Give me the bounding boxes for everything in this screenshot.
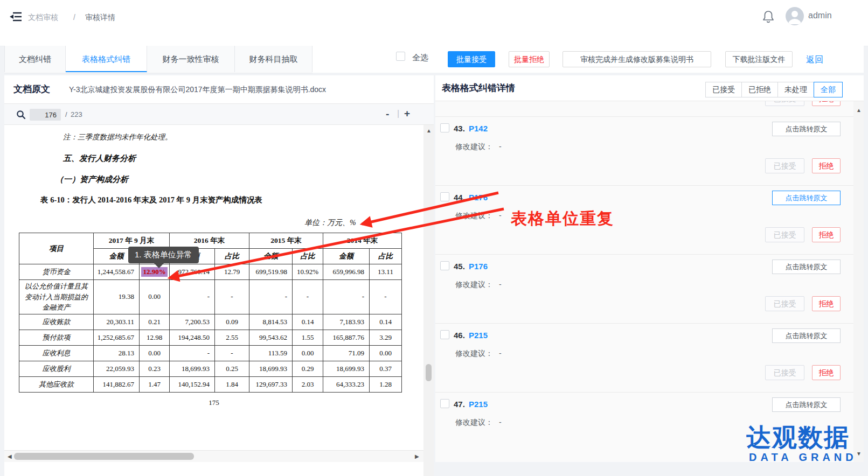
- doc-table-cell: 28.13: [94, 345, 140, 361]
- filter-all[interactable]: 全部: [814, 82, 843, 97]
- avatar[interactable]: [786, 7, 804, 25]
- doc-table-cell: 1.47: [140, 376, 170, 392]
- batch-reject-button[interactable]: 批量拒绝: [509, 51, 550, 67]
- anomaly-highlight[interactable]: 12.90%: [141, 267, 167, 277]
- doc-table-row: 其他应收款 141,882.67 1.47 140,152.94 1.84 12…: [19, 376, 402, 392]
- item-number: 46.: [454, 331, 465, 340]
- select-all-checkbox[interactable]: [396, 52, 405, 61]
- scroll-down-icon[interactable]: ▼: [856, 451, 862, 457]
- finish-generate-button[interactable]: 审核完成并生成修改版募集说明书: [563, 51, 711, 67]
- page-total: 223: [71, 110, 82, 118]
- reject-button[interactable]: 拒绝: [812, 296, 841, 311]
- doc-table-cell: 20,303.11: [94, 314, 140, 330]
- reject-button[interactable]: 拒绝: [812, 158, 841, 173]
- doc-table-cell: 113.59: [249, 345, 293, 361]
- jump-to-source-button[interactable]: 点击跳转原文: [772, 397, 841, 412]
- doc-table-cell: 以公允价值计量且其变动计入当期损益的金融资产: [19, 280, 94, 314]
- doc-table-header-item: 项目: [19, 233, 94, 264]
- doc-vertical-scrollbar[interactable]: ▲ ▼: [423, 125, 434, 476]
- doc-table-cell: 141,882.67: [94, 376, 140, 392]
- reject-button[interactable]: 拒绝: [812, 227, 841, 242]
- item-page-link[interactable]: P176: [469, 262, 488, 271]
- doc-table-cell: -: [215, 345, 249, 361]
- zoom-out-button[interactable]: -: [386, 108, 389, 120]
- jump-to-source-button-active[interactable]: 点击跳转原文: [772, 191, 841, 205]
- filter-accepted[interactable]: 已接受: [705, 82, 742, 97]
- doc-table-cell: 0.00: [370, 345, 402, 361]
- doc-table-cell: 18,699.93: [323, 361, 370, 376]
- filter-unprocessed[interactable]: 未处理: [777, 82, 814, 97]
- batch-accept-button[interactable]: 批量接受: [448, 51, 495, 67]
- doc-horizontal-scrollbar[interactable]: ◀ ▶: [4, 450, 423, 462]
- breadcrumb-parent[interactable]: 文档审核: [28, 13, 58, 23]
- doc-hscrollbar-thumb[interactable]: [14, 453, 194, 460]
- download-annotated-button[interactable]: 下载批注版文件: [725, 51, 793, 67]
- jump-to-source-button[interactable]: 点击跳转原文: [772, 328, 841, 343]
- zoom-search-icon[interactable]: [16, 110, 26, 120]
- tab-financial-consistency[interactable]: 财务一致性审核: [147, 46, 235, 72]
- tab-bar: 文档纠错 表格格式纠错 财务一致性审核 财务科目抽取 全选 批量接受 批量拒绝 …: [4, 46, 864, 73]
- correction-detail-panel: 表格格式纠错详情 已接受 已拒绝 未处理 全部 已接受 拒绝 43. P142 …: [435, 75, 864, 462]
- scroll-up-icon[interactable]: ▲: [856, 108, 862, 113]
- item-page-link[interactable]: P142: [469, 124, 488, 133]
- anomaly-tooltip: 1. 表格单位异常: [128, 247, 199, 263]
- username[interactable]: admin: [808, 11, 832, 20]
- jump-to-source-button[interactable]: 点击跳转原文: [772, 260, 841, 274]
- doc-table-cell: 659,996.98: [323, 264, 370, 280]
- zoom-divider: |: [397, 109, 399, 118]
- tab-table-format-correction[interactable]: 表格格式纠错: [66, 46, 147, 72]
- item-checkbox[interactable]: [440, 123, 449, 132]
- tab-financial-subject-extract[interactable]: 财务科目抽取: [235, 46, 313, 72]
- bell-icon[interactable]: [762, 9, 775, 24]
- item-page-link[interactable]: P176: [469, 193, 488, 202]
- doc-table-cell: 预付款项: [19, 330, 94, 345]
- doc-table-cell: -: [215, 280, 249, 314]
- suggestion-label: 修改建议：: [455, 280, 493, 290]
- doc-page-number: 175: [4, 398, 423, 407]
- jump-to-source-button[interactable]: 点击跳转原文: [772, 122, 841, 136]
- document-filename: Y-3北京城建投资发展股份有限公司2017年度第一期中期票据募集说明书.docx: [69, 85, 326, 95]
- item-checkbox[interactable]: [440, 399, 449, 408]
- scroll-up-icon[interactable]: ▲: [426, 128, 432, 134]
- doc-table-cell: 13.11: [370, 264, 402, 280]
- reject-button[interactable]: 拒绝: [812, 365, 841, 380]
- doc-table-cell: 0.21: [140, 314, 170, 330]
- item-checkbox[interactable]: [440, 192, 449, 201]
- doc-table-cell: 0.00: [140, 345, 170, 361]
- correction-list: 已接受 拒绝 43. P142 点击跳转原文 修改建议： - 已接受 拒绝 44…: [435, 101, 864, 462]
- doc-table-subheader: 占比: [293, 249, 323, 264]
- suggestion-value: -: [499, 280, 502, 289]
- doc-note-line: 注：三季度数据均未作年化处理。: [63, 132, 172, 142]
- doc-table-cell: 应收股利: [19, 361, 94, 376]
- item-checkbox[interactable]: [440, 261, 449, 270]
- doc-table-cell: 12.79: [215, 264, 249, 280]
- menu-fold-icon[interactable]: [9, 11, 23, 23]
- item-checkbox[interactable]: [440, 330, 449, 339]
- back-link[interactable]: 返回: [806, 54, 823, 66]
- filter-rejected[interactable]: 已拒绝: [741, 82, 778, 97]
- doc-table-cell: 1.28: [370, 376, 402, 392]
- doc-table-caption: 表 6-10：发行人 2014-2016 年末及 2017 年 9 月末资产构成…: [40, 195, 262, 205]
- item-page-link[interactable]: P215: [469, 400, 488, 409]
- item-page-link[interactable]: P215: [469, 331, 488, 340]
- doc-table-cell: 165,887.76: [323, 330, 370, 345]
- page-number-input[interactable]: [30, 109, 61, 121]
- pager-toolbar: / 223 - | +: [4, 103, 434, 125]
- doc-table-cell: 0.29: [293, 361, 323, 376]
- doc-table-cell: 其他应收款: [19, 376, 94, 392]
- page-separator: /: [65, 110, 67, 118]
- list-vertical-scrollbar[interactable]: ▲ ▼: [853, 101, 864, 462]
- scroll-right-icon[interactable]: ▶: [415, 454, 419, 459]
- user-icon: [786, 7, 804, 25]
- doc-vscrollbar-thumb[interactable]: [426, 364, 432, 381]
- scroll-left-icon[interactable]: ◀: [8, 454, 12, 459]
- doc-table-cell: 0.00: [293, 345, 323, 361]
- tab-doc-correction[interactable]: 文档纠错: [4, 46, 66, 72]
- doc-table-cell: 货币资金: [19, 264, 94, 280]
- reject-button-clipped[interactable]: 拒绝: [812, 101, 841, 106]
- doc-table-subheader: 占比: [215, 249, 249, 264]
- document-preview[interactable]: 注：三季度数据均未作年化处理。 五、发行人财务分析 （一）资产构成分析 表 6-…: [4, 125, 423, 476]
- zoom-in-button[interactable]: +: [404, 108, 410, 120]
- doc-table-cell: 0.14: [293, 314, 323, 330]
- doc-table-cell: 18,699.93: [249, 361, 293, 376]
